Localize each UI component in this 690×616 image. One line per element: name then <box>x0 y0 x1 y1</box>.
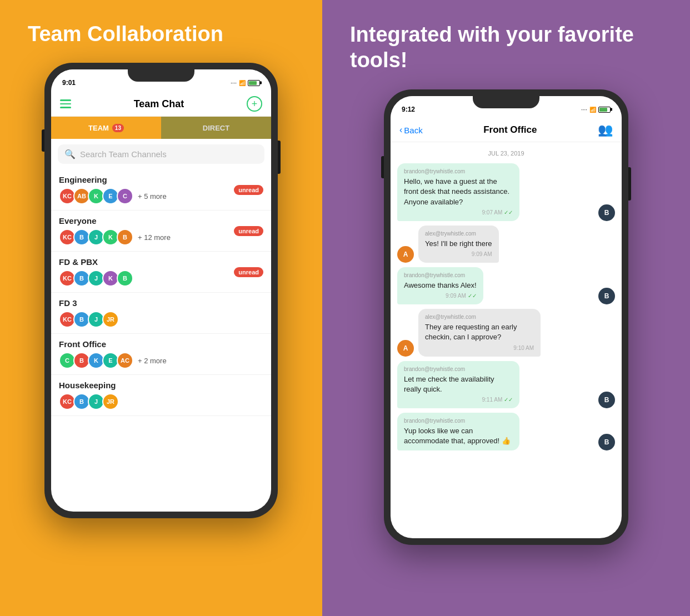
channel-list: Engineering KC AB K E C + 5 more unread … <box>51 169 271 416</box>
message-bubble: brandon@trywhistle.com Hello, we have a … <box>397 163 519 221</box>
tab-team[interactable]: TEAM 13 <box>51 117 161 139</box>
chat-header: ‹ Back Front Office 👥 <box>391 118 622 142</box>
message-time: 9:11 AM ✓✓ <box>404 396 513 404</box>
left-time: 9:01 <box>62 79 76 87</box>
avatar: JR <box>102 311 119 328</box>
right-time: 9:12 <box>402 106 415 113</box>
left-title: Team Collaboration <box>11 22 311 46</box>
unread-badge: unread <box>234 226 263 236</box>
channel-fd3-name: FD 3 <box>59 298 263 308</box>
message-row: A alex@trywhistle.com Yes! I'll be right… <box>397 226 615 263</box>
notch <box>128 69 194 82</box>
channel-housekeeping-avatars: KC B J JR <box>59 393 263 410</box>
message-bubble: alex@trywhistle.com They are requesting … <box>418 309 541 356</box>
message-text: Let me check the availability really qui… <box>404 374 513 394</box>
more-count: + 2 more <box>138 357 167 365</box>
app-header: Team Chat + <box>51 92 271 117</box>
message-text: Yes! I'll be right there <box>425 239 492 249</box>
sender-email: brandon@trywhistle.com <box>404 272 477 279</box>
signal-icon: ···· <box>581 107 587 113</box>
message-row: brandon@trywhistle.com Hello, we have a … <box>397 163 615 221</box>
left-status-icons: ···· 📶 <box>231 80 260 86</box>
back-chevron-icon: ‹ <box>399 125 402 135</box>
sender-email: alex@trywhistle.com <box>425 313 534 321</box>
right-phone-inner: 9:12 ···· 📶 ‹ Back Front Office 👥 <box>391 96 622 538</box>
back-button[interactable]: ‹ Back <box>399 125 423 135</box>
avatar: A <box>397 246 414 263</box>
sender-email: brandon@trywhistle.com <box>404 168 513 176</box>
left-panel: Team Collaboration 9:01 ···· 📶 <box>0 0 322 616</box>
search-icon: 🔍 <box>64 149 76 159</box>
avatar: B <box>598 392 615 408</box>
unread-badge: unread <box>234 185 263 195</box>
message-row: brandon@trywhistle.com Yup looks like we… <box>397 413 615 450</box>
avatar: A <box>397 340 414 357</box>
main-tabs: TEAM 13 DIRECT <box>51 117 271 139</box>
right-panel: Integrated with your favorite tools! 9:1… <box>322 0 690 616</box>
sender-email: alex@trywhistle.com <box>425 230 492 238</box>
message-row: brandon@trywhistle.com Awesome thanks Al… <box>397 267 615 304</box>
message-text: They are requesting an early checkin, ca… <box>425 322 534 342</box>
messages-area: JUL 23, 2019 brandon@trywhistle.com Hell… <box>391 142 622 456</box>
channel-fd3-avatars: KC B J JR <box>59 311 263 328</box>
tab-direct-label: DIRECT <box>203 124 229 132</box>
back-label: Back <box>404 126 422 135</box>
message-bubble: brandon@trywhistle.com Let me check the … <box>397 361 519 408</box>
left-phone-inner: 9:01 ···· 📶 Team Chat + <box>51 69 271 512</box>
message-text: Yup looks like we can accommodate that, … <box>404 426 513 446</box>
channel-fd3[interactable]: FD 3 KC B J JR <box>51 293 271 334</box>
message-time: 9:07 AM ✓✓ <box>404 209 513 217</box>
app-title: Team Chat <box>134 98 184 110</box>
right-status-bar: 9:12 ···· 📶 <box>391 96 622 118</box>
chat-title: Front Office <box>483 124 537 136</box>
tab-team-label: TEAM <box>88 124 109 132</box>
message-time: 9:10 AM <box>425 344 534 352</box>
wifi-icon: 📶 <box>239 80 246 86</box>
tab-direct[interactable]: DIRECT <box>161 117 271 139</box>
channel-everyone-avatars: KC B J K B + 12 more <box>59 229 263 246</box>
signal-icon: ···· <box>231 80 237 86</box>
avatar: AC <box>117 352 133 369</box>
more-count: + 12 more <box>138 233 171 242</box>
message-bubble: brandon@trywhistle.com Yup looks like we… <box>397 413 519 450</box>
sender-email: brandon@trywhistle.com <box>404 365 513 373</box>
channel-front-office-avatars: C B K E AC + 2 more <box>59 352 263 369</box>
channel-front-office[interactable]: Front Office C B K E AC + 2 more <box>51 334 271 375</box>
left-phone-mockup: 9:01 ···· 📶 Team Chat + <box>44 63 278 518</box>
channel-fd-pbx[interactable]: FD & PBX KC B J K B unread <box>51 252 271 293</box>
avatar: JR <box>102 393 119 410</box>
date-divider: JUL 23, 2019 <box>397 150 615 157</box>
notch <box>473 96 539 108</box>
right-status-icons: ···· 📶 <box>581 107 611 113</box>
channel-front-office-name: Front Office <box>59 339 263 349</box>
more-count: + 5 more <box>138 192 167 201</box>
channel-housekeeping-name: Housekeeping <box>59 380 263 390</box>
add-channel-button[interactable]: + <box>247 96 262 112</box>
message-bubble: alex@trywhistle.com Yes! I'll be right t… <box>418 226 499 263</box>
channel-fd-pbx-avatars: KC B J K B <box>59 270 263 287</box>
message-time: 9:09 AM ✓✓ <box>404 292 477 300</box>
right-title: Integrated with your favorite tools! <box>333 22 679 73</box>
search-placeholder: Search Team Channels <box>80 149 167 159</box>
hamburger-menu[interactable] <box>60 99 71 108</box>
battery-icon <box>598 107 611 113</box>
battery-icon <box>248 80 260 86</box>
message-bubble: brandon@trywhistle.com Awesome thanks Al… <box>397 267 483 304</box>
channel-everyone[interactable]: Everyone KC B J K B + 12 more unread <box>51 211 271 252</box>
channel-housekeeping[interactable]: Housekeeping KC B J JR <box>51 375 271 416</box>
avatar: C <box>117 188 133 204</box>
avatar: B <box>598 434 615 450</box>
message-text: Hello, we have a guest at the front desk… <box>404 177 513 207</box>
search-bar[interactable]: 🔍 Search Team Channels <box>58 144 264 164</box>
message-row: A alex@trywhistle.com They are requestin… <box>397 309 615 356</box>
channel-engineering-avatars: KC AB K E C + 5 more <box>59 188 263 204</box>
avatar: B <box>598 288 615 304</box>
channel-everyone-name: Everyone <box>59 216 263 226</box>
channel-engineering-name: Engineering <box>59 175 263 184</box>
team-badge: 13 <box>112 124 124 132</box>
message-time: 9:09 AM <box>425 251 492 258</box>
channel-engineering[interactable]: Engineering KC AB K E C + 5 more unread <box>51 169 271 211</box>
right-phone-mockup: 9:12 ···· 📶 ‹ Back Front Office 👥 <box>384 89 628 545</box>
channel-fd-pbx-name: FD & PBX <box>59 257 263 267</box>
people-icon[interactable]: 👥 <box>598 123 613 137</box>
